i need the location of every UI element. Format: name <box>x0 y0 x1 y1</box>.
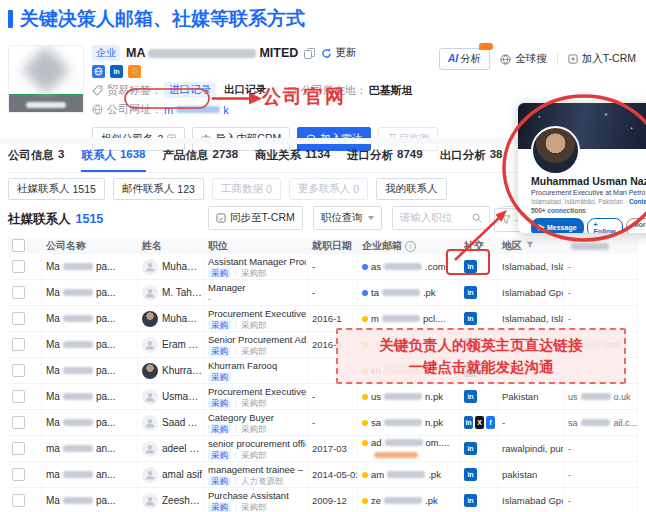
add-tcrm-button[interactable]: 加入T-CRM <box>568 52 636 66</box>
linkedin-icon[interactable]: in <box>110 65 123 78</box>
linkedin-icon[interactable]: in <box>464 416 473 429</box>
row-checkbox[interactable] <box>12 338 25 351</box>
linkedin-icon[interactable]: in <box>464 390 477 403</box>
cell-region: rawalpindi, pun... <box>498 436 564 461</box>
phone-icon[interactable]: ✆ <box>128 65 141 78</box>
profile-connections: 500+ connections <box>531 207 646 214</box>
cell-social: in <box>460 254 498 279</box>
row-checkbox[interactable] <box>12 260 25 273</box>
table-row: Mapa... Muhammad M... Assistant Manager … <box>8 254 638 280</box>
cell-company: Mapa... <box>42 280 138 305</box>
cell-extra-email: - <box>564 436 638 461</box>
cell-extra-email: - <box>564 254 638 279</box>
linkedin-profile-card: Muhammad Usman Nazir✓ Procurement Execut… <box>518 103 646 233</box>
linkedin-icon[interactable]: in <box>464 442 477 455</box>
contact-info-link[interactable]: Contact info <box>629 198 646 205</box>
company-website-link[interactable]: mk <box>164 104 229 116</box>
tab-联系人[interactable]: 联系人 1638 <box>81 148 145 172</box>
tab-公司信息[interactable]: 公司信息 3 <box>8 148 64 172</box>
global-search-button[interactable]: 全球搜 <box>500 52 547 66</box>
cell-job-title: Assistant Manager Procurement采购|采购部 <box>204 254 308 279</box>
cell-name: Muhammad M... <box>138 254 204 279</box>
cell-region: Pakistan <box>498 384 564 409</box>
chip-我的联系人[interactable]: 我的联系人 <box>376 178 447 200</box>
copy-icon[interactable] <box>304 48 315 59</box>
top-actions: AI分析 全球搜 加入T-CRM <box>439 48 636 70</box>
person-icon <box>144 417 156 429</box>
row-checkbox[interactable] <box>12 442 25 455</box>
follow-button[interactable]: + Follow <box>587 218 623 233</box>
linkedin-icon[interactable]: in <box>464 286 477 299</box>
cell-company: maan... <box>42 436 138 461</box>
cell-email: am.pk <box>358 462 460 487</box>
more-button[interactable]: More <box>626 218 646 233</box>
refresh-icon <box>321 48 332 59</box>
tab-出口分析[interactable]: 出口分析 38 <box>440 148 503 172</box>
chip-社媒联系人[interactable]: 社媒联系人 1515 <box>8 178 105 200</box>
cell-social: in <box>460 384 498 409</box>
sync-tcrm-button[interactable]: 同步至T-CRM <box>208 206 303 230</box>
dept-tag: 采购部 <box>241 424 267 434</box>
cell-name: adeel masood <box>138 436 204 461</box>
refresh-button[interactable]: 更新 <box>321 46 356 60</box>
cell-start-date: - <box>308 410 358 435</box>
tab-商业关系[interactable]: 商业关系 1134 <box>255 148 330 172</box>
chip-更多联系人[interactable]: 更多联系人 0 <box>289 178 368 200</box>
alt-email-line <box>362 449 421 460</box>
cell-company: maan... <box>42 462 138 487</box>
row-checkbox[interactable] <box>12 468 25 481</box>
cell-name: Eram Anwar <box>138 332 204 357</box>
tag-icon <box>92 85 103 96</box>
linkedin-icon[interactable]: in <box>464 468 477 481</box>
page-title: 关键决策人邮箱、社媒等联系方式 <box>8 6 305 32</box>
chip-邮件联系人[interactable]: 邮件联系人 123 <box>113 178 204 200</box>
linkedin-icon[interactable]: in <box>464 260 477 273</box>
globe-icon <box>500 54 511 65</box>
cell-name: M. Tahir A. Khan <box>138 280 204 305</box>
col-header-地区[interactable]: 地区 <box>498 239 564 253</box>
avatar <box>142 441 158 457</box>
cell-region: pakistan <box>498 462 564 487</box>
cell-name: Muhammad U... <box>138 306 204 331</box>
import-record-tag[interactable]: 进口记录 <box>164 82 216 98</box>
globe-icon <box>92 104 103 115</box>
row-checkbox[interactable] <box>12 390 25 403</box>
tab-产品信息[interactable]: 产品信息 2738 <box>163 148 239 172</box>
cell-start-date: 2014-05-01 <box>308 462 358 487</box>
cell-job-title: Procurement Executive采购|采购部 <box>204 384 308 409</box>
dept-tag: 采购 <box>208 424 231 434</box>
website-icon[interactable] <box>92 65 105 78</box>
website-callout: 公司官网 <box>262 84 346 110</box>
select-all-checkbox[interactable] <box>12 239 25 252</box>
chip-工商数据[interactable]: 工商数据 0 <box>212 178 281 200</box>
cell-social: in <box>460 488 498 512</box>
row-checkbox[interactable] <box>12 494 25 507</box>
cell-email: adom.... <box>358 436 460 461</box>
linkedin-icon[interactable]: in <box>464 494 477 507</box>
row-checkbox[interactable] <box>12 364 25 377</box>
cell-email: san.pk <box>358 410 460 435</box>
contact-type-chips: 社媒联系人 1515 邮件联系人 123 工商数据 0 更多联系人 0 我的联系… <box>8 178 447 200</box>
send-icon <box>538 224 545 231</box>
row-checkbox[interactable] <box>12 416 25 429</box>
job-query-select[interactable]: 职位查询 <box>313 206 382 230</box>
cell-company: Mapa... <box>42 254 138 279</box>
row-checkbox[interactable] <box>12 312 25 325</box>
row-checkbox[interactable] <box>12 286 25 299</box>
export-record-tag[interactable]: 出口记录 <box>224 83 266 97</box>
linkedin-icon[interactable]: in <box>464 312 477 325</box>
cell-company: Mapa... <box>42 306 138 331</box>
cell-email: usn.pk <box>358 384 460 409</box>
ai-analysis-button[interactable]: AI分析 <box>439 48 491 70</box>
tab-进口分析[interactable]: 进口分析 8749 <box>347 148 423 172</box>
person-icon <box>144 339 156 351</box>
job-search-input[interactable]: 请输入职位 <box>392 206 490 230</box>
person-icon <box>144 391 156 403</box>
title-accent-bar <box>8 10 13 28</box>
x-icon[interactable]: X <box>475 416 484 429</box>
facebook-icon[interactable]: f <box>486 416 495 429</box>
message-button[interactable]: Message <box>531 218 584 233</box>
cell-social: in <box>460 280 498 305</box>
cell-extra-email: - <box>564 488 638 512</box>
cell-start-date: 2009-12 <box>308 488 358 512</box>
